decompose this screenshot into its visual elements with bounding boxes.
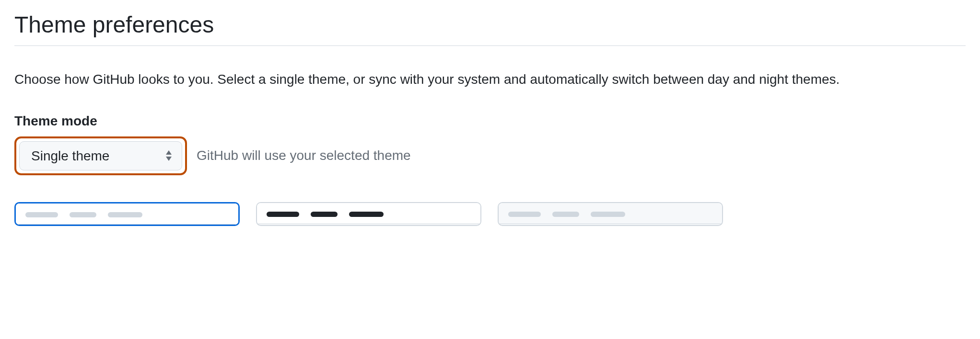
theme-card-2[interactable] <box>256 202 481 226</box>
theme-bar <box>108 212 142 217</box>
theme-card-header <box>16 203 238 225</box>
theme-bar <box>508 212 541 217</box>
theme-mode-label: Theme mode <box>14 113 966 129</box>
theme-card-header <box>257 203 480 224</box>
theme-card-3[interactable] <box>498 202 723 226</box>
theme-card-header <box>499 203 722 224</box>
page-description: Choose how GitHub looks to you. Select a… <box>14 69 966 90</box>
theme-mode-highlight: Single theme <box>14 136 187 175</box>
theme-mode-select[interactable]: Single theme <box>19 141 182 170</box>
theme-mode-hint: GitHub will use your selected theme <box>197 148 411 163</box>
theme-card-1[interactable] <box>14 202 240 226</box>
theme-mode-row: Single theme GitHub will use your select… <box>14 136 966 175</box>
theme-bar <box>25 212 58 217</box>
theme-bar <box>70 212 96 217</box>
theme-mode-select-wrapper: Single theme <box>19 141 182 170</box>
theme-bar <box>267 212 299 217</box>
page-title: Theme preferences <box>14 11 966 46</box>
theme-bar <box>311 212 338 217</box>
theme-cards <box>14 202 966 226</box>
theme-bar <box>349 212 384 217</box>
theme-bar <box>552 212 579 217</box>
theme-bar <box>591 212 625 217</box>
